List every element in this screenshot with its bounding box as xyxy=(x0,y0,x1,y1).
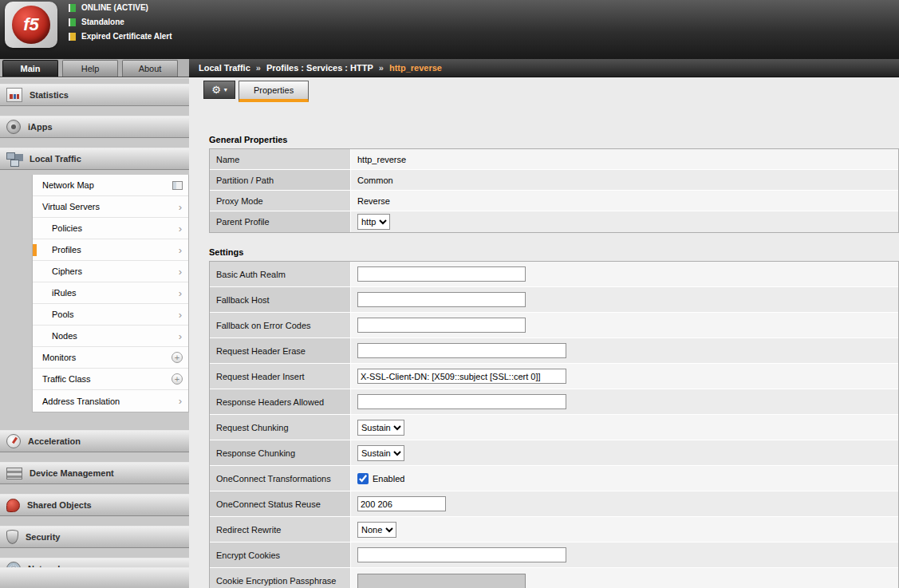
sidebar-item-nodes[interactable]: Nodes› xyxy=(33,326,188,347)
sidebar-item-label: Traffic Class xyxy=(42,374,91,384)
sidebar-item-label: Monitors xyxy=(42,353,76,362)
fallback-on-error-codes-input[interactable] xyxy=(357,318,526,333)
status-indicator-icon xyxy=(69,33,76,41)
breadcrumb-item-profiles-services-http[interactable]: Profiles : Services : HTTP xyxy=(266,63,373,73)
field-label: Encrypt Cookies xyxy=(210,543,351,567)
local-traffic-icon xyxy=(6,152,22,166)
sidebar-item-ciphers[interactable]: Ciphers› xyxy=(33,261,188,282)
iapps-icon xyxy=(6,120,21,134)
field-value: Common xyxy=(351,170,898,190)
sidebar-item-label: Network Map xyxy=(42,180,94,190)
field-row-request-chunking: Request ChunkingSustain xyxy=(210,415,898,440)
chevron-right-icon: › xyxy=(179,245,182,255)
fallback-host-input[interactable] xyxy=(357,292,526,307)
sidebar-sections: StatisticsiAppsLocal TrafficNetwork MapV… xyxy=(0,78,189,580)
f5-logo[interactable]: f5 xyxy=(5,2,57,48)
oneconnect-transformations-checkbox-label: Enabled xyxy=(373,474,404,483)
sidebar-section-device-management[interactable]: Device Management xyxy=(0,462,189,484)
oneconnect-transformations-checkbox[interactable] xyxy=(357,473,369,484)
f5-logo-text: f5 xyxy=(23,14,39,35)
sidebar-item-irules[interactable]: iRules› xyxy=(33,282,188,304)
main-content: ⚙ ▾ Properties General Properties Nameht… xyxy=(189,78,899,588)
sidebar-section-statistics[interactable]: Statistics xyxy=(0,84,189,106)
network-map-icon xyxy=(172,181,183,190)
expand-plus-icon[interactable]: + xyxy=(172,352,183,363)
field-row-basic-auth-realm: Basic Auth Realm xyxy=(210,262,898,287)
field-row-fallback-host: Fallback Host xyxy=(210,287,898,313)
breadcrumb-separator: » xyxy=(379,63,384,73)
sidebar-item-profiles[interactable]: Profiles› xyxy=(33,239,188,261)
chevron-right-icon: › xyxy=(179,266,182,277)
nav-tab-about[interactable]: About xyxy=(122,60,178,77)
field-row-fallback-on-error-codes: Fallback on Error Codes xyxy=(210,313,898,338)
status-standalone: Standalone xyxy=(69,18,172,26)
response-chunking-select[interactable]: Sustain xyxy=(357,445,404,461)
field-value xyxy=(351,389,898,414)
request-chunking-select[interactable]: Sustain xyxy=(357,420,404,436)
sidebar: StatisticsiAppsLocal TrafficNetwork MapV… xyxy=(0,78,189,588)
request-header-erase-input[interactable] xyxy=(357,343,566,358)
sidebar-item-network-map[interactable]: Network Map xyxy=(33,175,188,196)
field-label: OneConnect Status Reuse xyxy=(210,491,351,516)
field-row-response-headers-allowed: Response Headers Allowed xyxy=(210,389,898,415)
sidebar-item-label: Policies xyxy=(52,223,82,233)
response-headers-allowed-input[interactable] xyxy=(357,394,566,409)
field-value xyxy=(351,568,898,588)
sidebar-item-traffic-class[interactable]: Traffic Class+ xyxy=(33,369,188,390)
content-tabs: Properties xyxy=(239,81,309,102)
sidebar-item-policies[interactable]: Policies› xyxy=(33,218,188,239)
sidebar-item-label: Ciphers xyxy=(52,266,82,276)
sidebar-section-label: Security xyxy=(26,532,60,542)
name-value: http_reverse xyxy=(357,155,406,164)
partition-path-value: Common xyxy=(357,176,393,185)
sidebar-item-monitors[interactable]: Monitors+ xyxy=(33,347,188,369)
settings-title: Settings xyxy=(209,247,899,257)
field-label: Proxy Mode xyxy=(210,191,351,211)
chevron-right-icon: › xyxy=(179,223,182,234)
field-row-redirect-rewrite: Redirect RewriteNone xyxy=(210,517,898,543)
expand-plus-icon[interactable]: + xyxy=(172,373,183,385)
status-indicator-icon xyxy=(69,18,76,26)
status-online-active: ONLINE (ACTIVE) xyxy=(69,3,172,12)
basic-auth-realm-input[interactable] xyxy=(357,266,526,282)
tab-properties[interactable]: Properties xyxy=(239,81,309,102)
field-value: http xyxy=(351,211,898,232)
sidebar-section-local-traffic[interactable]: Local Traffic xyxy=(0,148,189,170)
sidebar-item-address-translation[interactable]: Address Translation› xyxy=(33,390,188,412)
sidebar-item-virtual-servers[interactable]: Virtual Servers› xyxy=(33,196,188,218)
sidebar-section-iapps[interactable]: iApps xyxy=(0,116,189,138)
redirect-rewrite-select[interactable]: None xyxy=(357,522,396,538)
parent-profile-select[interactable]: http xyxy=(357,214,390,230)
field-row-oneconnect-status-reuse: OneConnect Status Reuse xyxy=(210,491,898,517)
oneconnect-status-reuse-input[interactable] xyxy=(357,496,446,511)
gear-menu-button[interactable]: ⚙ ▾ xyxy=(203,81,235,99)
proxy-mode-value: Reverse xyxy=(357,196,390,206)
breadcrumb-item-local-traffic[interactable]: Local Traffic xyxy=(199,63,250,73)
field-row-partition-path: Partition / PathCommon xyxy=(210,170,898,191)
sidebar-item-pools[interactable]: Pools› xyxy=(33,304,188,326)
sidebar-section-shared-objects[interactable]: Shared Objects xyxy=(0,494,189,516)
field-label: Name xyxy=(210,149,351,169)
field-row-oneconnect-transformations: OneConnect TransformationsEnabled xyxy=(210,466,898,491)
sidebar-section-label: Local Traffic xyxy=(30,154,81,164)
field-row-response-chunking: Response ChunkingSustain xyxy=(210,440,898,466)
field-row-name: Namehttp_reverse xyxy=(210,149,898,170)
sidebar-section-label: Shared Objects xyxy=(27,500,92,510)
sidebar-section-acceleration[interactable]: Acceleration xyxy=(0,430,189,452)
settings-table: Basic Auth RealmFallback HostFallback on… xyxy=(209,261,899,588)
field-label: Parent Profile xyxy=(210,211,351,232)
encrypt-cookies-input[interactable] xyxy=(357,547,566,562)
nav-tab-help[interactable]: Help xyxy=(62,60,118,77)
field-row-encrypt-cookies: Encrypt Cookies xyxy=(210,543,898,568)
statistics-icon xyxy=(6,88,22,102)
sidebar-section-security[interactable]: Security xyxy=(0,526,189,548)
nav-tab-main[interactable]: Main xyxy=(2,60,58,77)
sidebar-section-label: iApps xyxy=(28,122,53,132)
sidebar-item-label: Nodes xyxy=(52,331,77,341)
caret-down-icon: ▾ xyxy=(224,87,227,93)
field-label: Request Chunking xyxy=(210,415,351,440)
cookie-encryption-passphrase-input[interactable] xyxy=(357,574,526,588)
breadcrumb-item-http-reverse[interactable]: http_reverse xyxy=(389,63,442,73)
request-header-insert-input[interactable] xyxy=(357,369,566,384)
sidebar-section-partial[interactable] xyxy=(0,567,189,588)
